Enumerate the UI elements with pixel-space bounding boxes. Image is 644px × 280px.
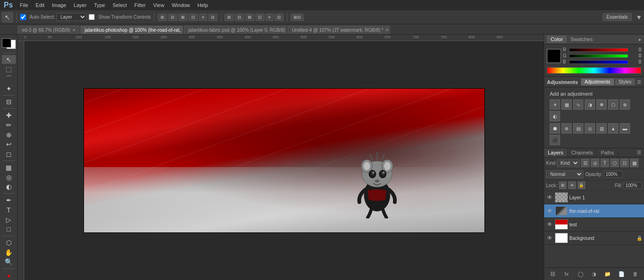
marquee-tool[interactable]: ⬚ (2, 64, 16, 74)
channels-tab[interactable]: Channels (567, 148, 597, 157)
fg-bg-colors[interactable] (2, 38, 16, 49)
hand-tool[interactable]: ✋ (2, 248, 16, 257)
adj-curves[interactable]: ∿ (573, 99, 583, 110)
eyedropper-tool[interactable]: ◈ (2, 271, 16, 280)
lock-all-btn[interactable]: 🔒 (578, 182, 585, 189)
align-btn-2[interactable]: ⊟ (168, 14, 177, 21)
kind-icon-3[interactable]: T (601, 159, 609, 167)
menu-image[interactable]: Image (49, 1, 70, 9)
pen-tool[interactable]: ✒ (2, 196, 16, 205)
adj-channelmixer[interactable]: ⊗ (561, 123, 572, 133)
tab-1[interactable]: jalantikus-photoshop @ 100% (the-road-of… (80, 26, 183, 34)
kind-icon-5[interactable]: ☷ (620, 159, 629, 167)
r-slider[interactable] (569, 48, 628, 52)
align-btn-1[interactable]: ⊞ (158, 14, 167, 21)
crop-tool[interactable]: ⊟ (2, 98, 16, 107)
link-layers-btn[interactable]: ⛓ (549, 270, 557, 278)
layer-1-visibility[interactable]: 👁 (546, 207, 553, 215)
lock-pixels-btn[interactable]: ⊞ (559, 182, 567, 189)
brush-tool[interactable]: ✏ (2, 120, 16, 130)
kind-icon-6[interactable]: ▦ (630, 159, 638, 167)
layer-row-1[interactable]: 👁 the-road-of-rat (544, 204, 644, 218)
lasso-tool[interactable]: ⌒ (2, 74, 16, 84)
color-spectrum-bar[interactable] (547, 67, 641, 74)
menu-filter[interactable]: Filter (131, 1, 149, 9)
new-fill-adj-btn[interactable]: ◑ (590, 270, 598, 278)
g-slider[interactable] (569, 54, 628, 58)
kind-icon-2[interactable]: ◎ (591, 159, 599, 167)
canvas-content[interactable] (24, 41, 544, 280)
styles-tab[interactable]: Styles (615, 78, 635, 85)
auto-select-type[interactable]: Layer (56, 13, 87, 21)
lock-position-btn[interactable]: ✛ (568, 182, 576, 189)
menu-edit[interactable]: Edit (32, 1, 48, 9)
essentials-button[interactable]: Essentials (602, 13, 632, 21)
dist-btn-3[interactable]: ⊠ (245, 14, 254, 21)
b-slider[interactable] (569, 60, 628, 64)
kind-icon-4[interactable]: ⬡ (610, 159, 619, 167)
blur-tool[interactable]: ◎ (2, 173, 16, 182)
align-btn-5[interactable]: ≡ (199, 14, 207, 21)
layer-row-2[interactable]: 👁 test (544, 218, 644, 231)
adj-bw[interactable]: ◐ (550, 111, 560, 121)
blend-mode-select[interactable]: Normal (546, 170, 583, 178)
adj-threshold[interactable]: ▲ (608, 123, 618, 133)
adj-colorlookup[interactable]: ▤ (573, 123, 583, 133)
adj-brightness[interactable]: ☀ (550, 99, 560, 110)
adj-posterize[interactable]: ▥ (596, 123, 607, 133)
adj-invert[interactable]: ◎ (585, 123, 595, 133)
opacity-input[interactable] (604, 171, 623, 178)
zoom-tool[interactable]: 🔍 (2, 258, 16, 267)
history-brush[interactable]: ↩ (2, 140, 16, 149)
layer-row-3[interactable]: 👁 Background 🔒 (544, 231, 644, 245)
menu-type[interactable]: Type (91, 1, 108, 9)
canvas-image[interactable] (84, 88, 485, 233)
menu-window[interactable]: Window (168, 1, 193, 9)
new-group-btn[interactable]: 📁 (603, 270, 612, 278)
dist-btn-5[interactable]: ≡ (266, 14, 273, 21)
show-transform-checkbox[interactable] (89, 14, 95, 20)
color-panel-collapse[interactable]: ▸ (639, 37, 641, 42)
add-style-btn[interactable]: fx (562, 270, 571, 278)
color-tab[interactable]: Color (547, 35, 567, 43)
tab-0-close[interactable]: × (73, 28, 76, 33)
foreground-swatch[interactable] (547, 49, 561, 63)
3d-tool[interactable]: ⬡ (2, 238, 16, 247)
align-btn-6[interactable]: ⊟ (208, 14, 217, 21)
dist-btn-6[interactable]: ⊟ (274, 14, 284, 21)
wand-tool[interactable]: ✦ (2, 84, 16, 93)
eraser-tool[interactable]: ◻ (2, 149, 16, 159)
dist-btn-1[interactable]: ⊞ (224, 14, 234, 21)
menu-layer[interactable]: Layer (70, 1, 90, 9)
layer-3-visibility[interactable]: 👁 (546, 234, 553, 242)
tab-2[interactable]: jalantikus-fabric.psd @ 100% (Layer 0, R… (184, 26, 287, 34)
essentials-arrow[interactable]: ▼ (636, 14, 642, 21)
healing-tool[interactable]: ✚ (2, 111, 16, 120)
layer-2-visibility[interactable]: 👁 (546, 221, 553, 228)
clone-stamp[interactable]: ⊕ (2, 130, 16, 140)
shape-tool[interactable]: □ (2, 224, 16, 234)
adj-vibrance[interactable]: ❋ (596, 99, 607, 110)
delete-layer-btn[interactable]: 🗑 (631, 270, 639, 278)
align-btn-4[interactable]: ⊡ (189, 14, 198, 21)
tab-3[interactable]: Untitled-4 @ 107% (JT watermark, RGB/8) … (287, 26, 390, 34)
swatches-tab[interactable]: Swatches (567, 35, 596, 43)
new-layer-btn[interactable]: 📄 (617, 270, 626, 278)
adj-hsl[interactable]: ⬡ (608, 99, 618, 110)
foreground-color-box[interactable] (2, 38, 11, 48)
dodge-tool[interactable]: ◐ (2, 182, 16, 191)
adj-selectivecolor[interactable]: ⬛ (550, 135, 560, 145)
menu-help[interactable]: Help (194, 1, 211, 9)
dist-btn-4[interactable]: ⊡ (255, 14, 265, 21)
layers-panel-menu[interactable]: ☰ (634, 148, 644, 157)
adj-photofilter[interactable]: ⬢ (550, 123, 560, 133)
fill-input[interactable] (623, 182, 642, 189)
layer-row-0[interactable]: 👁 Layer 1 (544, 191, 644, 204)
adjustments-tab[interactable]: Adjustments (581, 78, 614, 85)
menu-select[interactable]: Select (109, 1, 130, 9)
auto-select-checkbox[interactable] (20, 14, 26, 20)
type-tool[interactable]: T (2, 205, 16, 215)
dist-btn-2[interactable]: ⊟ (235, 14, 244, 21)
paths-tab[interactable]: Paths (597, 148, 618, 157)
tab-0[interactable]: ed-3 @ 66.7% (RGB/8) × (18, 26, 79, 34)
